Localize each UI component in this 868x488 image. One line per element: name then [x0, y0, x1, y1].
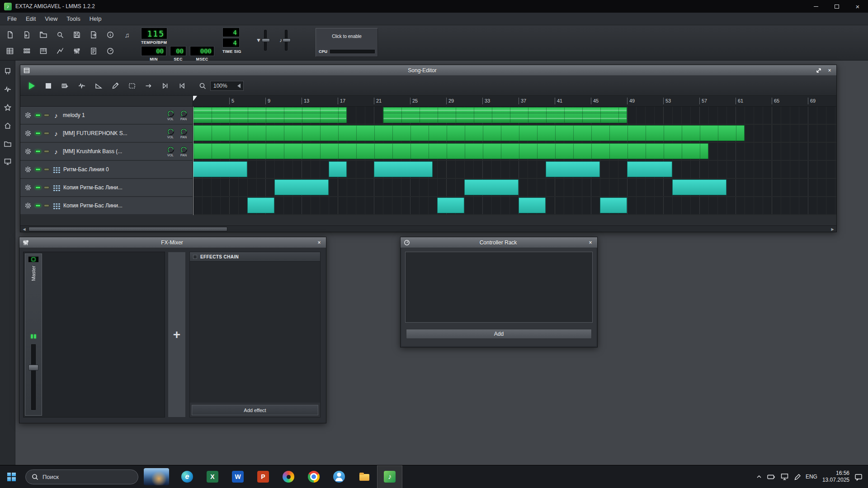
track-head[interactable]: Копия Ритм-Бас Лини...	[20, 179, 193, 197]
track-gear-icon[interactable]	[24, 111, 32, 119]
track-mute-led[interactable]	[35, 114, 41, 117]
cpu-load-widget[interactable]: Click to enable CPU	[316, 28, 378, 57]
track-name[interactable]: melody 1	[63, 112, 85, 118]
open-project-button[interactable]	[37, 28, 50, 41]
display-icon[interactable]	[781, 473, 788, 480]
fx-mixer-titlebar[interactable]: FX-Mixer ×	[19, 237, 326, 248]
close-button[interactable]: ×	[847, 0, 868, 13]
track-mute-led[interactable]	[35, 168, 41, 171]
master-pitch-slider[interactable]	[285, 30, 288, 51]
master-fader-track[interactable]	[31, 344, 36, 410]
add-sample-track-button[interactable]	[75, 79, 89, 93]
pattern-segment[interactable]	[464, 179, 519, 195]
pattern-segment[interactable]	[329, 161, 347, 177]
minimize-button[interactable]	[806, 0, 826, 13]
pattern-segment[interactable]	[672, 179, 726, 195]
track-grid[interactable]	[193, 197, 836, 215]
track-solo-led[interactable]	[44, 186, 49, 189]
fx-mixer-close-button[interactable]: ×	[315, 239, 323, 246]
song-editor-window-icon[interactable]	[23, 67, 30, 74]
toggle-bb-editor-button[interactable]	[20, 45, 33, 57]
new-from-template-button[interactable]	[20, 28, 33, 41]
draw-mode-button[interactable]	[108, 79, 122, 93]
menu-item-tools[interactable]: Tools	[62, 14, 85, 24]
pattern-segment[interactable]	[519, 197, 546, 213]
zoom-dropdown-arrow[interactable]	[237, 84, 241, 88]
pattern-segment[interactable]	[193, 125, 745, 141]
sidebar-root-folder-button[interactable]	[3, 139, 12, 148]
pattern-segment[interactable]	[193, 107, 347, 123]
track-head[interactable]: Копия Ритм-Бас Лини...	[20, 197, 193, 215]
toggle-fx-mixer-button[interactable]	[71, 45, 83, 57]
taskbar-app-powerpoint[interactable]: P	[250, 465, 276, 488]
master-channel-strip[interactable]: Master	[25, 253, 42, 416]
taskbar-app-chrome[interactable]	[301, 465, 326, 488]
song-editor-close-button[interactable]: ×	[826, 67, 834, 74]
save-project-button[interactable]	[71, 28, 83, 41]
taskbar-app-explorer[interactable]	[352, 465, 377, 488]
tray-overflow-chevron-icon[interactable]	[756, 474, 762, 480]
project-notes-button[interactable]	[87, 45, 100, 57]
track-mute-led[interactable]	[35, 204, 41, 207]
volume-knob[interactable]	[167, 110, 174, 117]
rewind-to-start-button[interactable]	[175, 79, 189, 93]
sidebar-home-button[interactable]	[3, 121, 12, 130]
sidebar-samples-button[interactable]	[3, 85, 12, 94]
new-project-button[interactable]	[4, 28, 16, 41]
volume-knob[interactable]	[167, 128, 174, 135]
track-mute-led[interactable]	[35, 150, 41, 153]
toggle-controller-rack-button[interactable]	[104, 45, 117, 57]
track-gear-icon[interactable]	[24, 202, 32, 210]
track-grid[interactable]	[193, 143, 836, 161]
song-editor-restore-button[interactable]	[815, 67, 823, 74]
sidebar-presets-button[interactable]	[3, 103, 12, 112]
sidebar-instruments-button[interactable]	[3, 67, 12, 76]
taskbar-app-lmms[interactable]: ♪	[377, 465, 402, 488]
export-project-button[interactable]	[87, 28, 100, 41]
fx-mixer-window-icon[interactable]	[22, 239, 29, 246]
new-fx-channel-button[interactable]: +	[168, 252, 186, 418]
add-controller-button[interactable]: Add	[406, 329, 592, 339]
track-mute-led[interactable]	[35, 186, 41, 189]
track-solo-led[interactable]	[44, 150, 49, 153]
pattern-segment[interactable]	[546, 161, 600, 177]
track-name[interactable]: Копия Ритм-Бас Лини...	[63, 202, 123, 209]
menu-item-help[interactable]: Help	[85, 14, 106, 24]
master-fader-handle[interactable]	[28, 365, 38, 371]
track-solo-led[interactable]	[44, 114, 49, 117]
timeline[interactable]: 59131721252933374145495357616569	[193, 96, 836, 106]
master-pitch-handle[interactable]	[283, 38, 291, 42]
track-solo-led[interactable]	[44, 132, 49, 135]
add-effect-button[interactable]: Add effect	[192, 405, 318, 415]
sidebar-computer-button[interactable]	[3, 157, 12, 166]
pattern-segment[interactable]	[383, 107, 627, 123]
track-head[interactable]: Ритм-Бас Линия 0	[20, 161, 193, 179]
pattern-segment[interactable]	[193, 143, 708, 159]
menu-item-file[interactable]: File	[3, 14, 21, 24]
pattern-segment[interactable]	[627, 161, 672, 177]
pattern-segment[interactable]	[274, 179, 329, 195]
track-solo-led[interactable]	[44, 168, 49, 171]
track-head[interactable]: ♪[MM] FUTUREPHONK S...VOLPAN	[20, 125, 193, 143]
seconds-lcd[interactable]: 00	[170, 46, 186, 56]
zoom-select[interactable]: 100%	[210, 81, 244, 91]
track-grid[interactable]	[193, 161, 836, 179]
scroll-right-arrow[interactable]: ▶	[830, 226, 835, 232]
taskbar-app-edge[interactable]: e	[175, 465, 200, 488]
play-button[interactable]	[25, 79, 38, 93]
zoom-button[interactable]	[54, 28, 66, 41]
taskbar-app-word[interactable]: W	[225, 465, 250, 488]
track-head[interactable]: ♪[MM] Krushfunk Bass (...VOLPAN	[20, 143, 193, 161]
toggle-automation-editor-button[interactable]	[54, 45, 66, 57]
minutes-lcd[interactable]: 00	[141, 46, 166, 56]
import-midi-button[interactable]: ♫	[121, 28, 133, 41]
taskbar-app-excel[interactable]: X	[200, 465, 225, 488]
pan-knob[interactable]	[180, 146, 187, 153]
clock[interactable]: 16:56 13.07.2025	[822, 470, 849, 483]
master-volume-handle[interactable]	[262, 38, 270, 42]
menu-item-view[interactable]: View	[40, 14, 62, 24]
master-volume-slider[interactable]	[264, 30, 267, 51]
add-bb-track-button[interactable]	[58, 79, 72, 93]
controller-rack-close-button[interactable]: ×	[586, 239, 594, 246]
pan-knob[interactable]	[180, 110, 187, 117]
